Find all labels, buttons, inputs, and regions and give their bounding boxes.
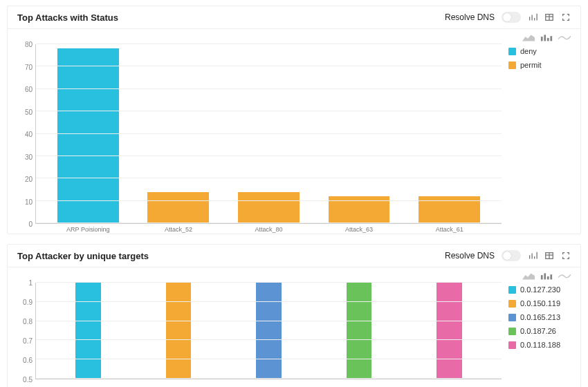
grid-line [36, 88, 502, 89]
bar[interactable] [75, 283, 101, 379]
x-tick-label: Attack_52 [134, 226, 224, 233]
area-chart-icon[interactable] [522, 272, 535, 280]
y-tick-label: 80 [15, 41, 33, 48]
legend-label: 0.0.127.230 [520, 285, 560, 294]
svg-rect-8 [547, 276, 549, 280]
panel-controls: Resolve DNS [445, 12, 571, 23]
grid-line [36, 66, 502, 66]
bar[interactable] [57, 48, 119, 223]
chart-body: 0.50.60.70.80.91 0.0.127.2300.0.150.1190… [8, 280, 580, 387]
chart-type-selector [8, 29, 580, 41]
legend-label: 0.0.187.26 [520, 327, 556, 335]
y-tick-label: 0.5 [15, 376, 33, 384]
x-labels: ARP PoisioningAttack_52Attack_80Attack_6… [36, 223, 502, 233]
bar-chart-icon[interactable] [540, 33, 553, 41]
bar-slot [404, 44, 495, 223]
bar-slot [134, 44, 224, 223]
legend-item[interactable]: deny [508, 47, 573, 55]
svg-rect-1 [541, 37, 543, 41]
expand-icon[interactable] [561, 12, 571, 22]
svg-rect-7 [544, 273, 546, 279]
legend-item[interactable]: 0.0.187.26 [508, 327, 573, 335]
chart-plot-2: 0.50.60.70.80.91 [15, 283, 502, 379]
y-tick-label: 0.6 [15, 357, 33, 364]
resolve-dns-toggle[interactable] [502, 250, 521, 261]
grid-line [36, 111, 502, 111]
chart-body: 01020304050607080 ARP PoisioningAttack_5… [8, 41, 580, 234]
svg-rect-9 [550, 274, 552, 279]
bar-slot [314, 44, 405, 223]
bar[interactable] [347, 283, 372, 379]
x-tick-label: ARP Poisioning [43, 226, 134, 233]
legend-item[interactable]: 0.0.165.213 [508, 313, 573, 321]
bar[interactable] [238, 192, 300, 223]
bar[interactable] [166, 283, 192, 379]
legend-swatch [508, 62, 516, 69]
grid-line [36, 321, 502, 321]
panel-top-attacks: Top Attacks with Status Resolve DNS [7, 6, 581, 234]
legend-swatch [508, 48, 516, 55]
y-tick-label: 50 [15, 108, 33, 115]
bar-chart-icon[interactable] [540, 272, 553, 280]
y-tick-label: 40 [15, 131, 33, 138]
panel-title: Top Attacker by unique targets [17, 251, 149, 261]
panel-top-attacker: Top Attacker by unique targets Resolve D… [7, 244, 581, 387]
bar-slot [134, 283, 224, 379]
panel-header: Top Attacks with Status Resolve DNS [8, 6, 580, 29]
bar[interactable] [147, 192, 209, 223]
table-view-icon[interactable] [544, 251, 554, 261]
expand-icon[interactable] [561, 251, 571, 261]
line-chart-icon[interactable] [558, 272, 571, 280]
bar[interactable] [256, 283, 282, 379]
legend-label: 0.0.150.119 [520, 299, 560, 308]
panel-controls: Resolve DNS [445, 250, 571, 261]
grid-line [36, 133, 502, 134]
bar-slot [223, 44, 314, 223]
area-chart-icon[interactable] [522, 33, 535, 41]
grid-line [36, 44, 502, 44]
legend-swatch [508, 300, 516, 308]
legend-item[interactable]: permit [508, 61, 573, 69]
grid-line [36, 359, 502, 359]
grid-line [36, 178, 502, 178]
legend-item[interactable]: 0.0.150.119 [508, 299, 573, 308]
bar-view-icon[interactable] [528, 251, 538, 261]
chart-type-selector [8, 267, 580, 280]
grid-line [36, 223, 502, 223]
y-tick-label: 0.8 [15, 318, 33, 325]
legend-swatch [508, 286, 516, 294]
grid-line [36, 378, 502, 379]
bar-slot [314, 283, 405, 379]
resolve-dns-toggle[interactable] [502, 12, 521, 23]
y-axis: 0.50.60.70.80.91 [15, 283, 35, 379]
bar-slot [223, 283, 314, 379]
y-tick-label: 0 [15, 220, 33, 228]
bar[interactable] [437, 283, 462, 379]
bars-container [36, 44, 502, 223]
chart-legend-2: 0.0.127.2300.0.150.1190.0.165.2130.0.187… [502, 283, 573, 379]
x-tick-label: Attack_61 [404, 226, 495, 233]
svg-rect-3 [547, 38, 549, 41]
bar-view-icon[interactable] [528, 12, 538, 22]
svg-rect-4 [550, 36, 552, 41]
legend-label: 0.0.118.188 [520, 341, 560, 349]
y-tick-label: 30 [15, 153, 33, 160]
y-tick-label: 0.7 [15, 337, 33, 345]
legend-swatch [508, 341, 516, 349]
legend-item[interactable]: 0.0.118.188 [508, 341, 573, 349]
grid-line [36, 339, 502, 340]
chart-plot-1: 01020304050607080 ARP PoisioningAttack_5… [15, 44, 502, 224]
y-tick-label: 1 [15, 279, 33, 287]
line-chart-icon[interactable] [558, 33, 571, 41]
chart-legend-1: denypermit [502, 44, 573, 224]
table-view-icon[interactable] [544, 12, 554, 22]
legend-item[interactable]: 0.0.127.230 [508, 285, 573, 294]
resolve-dns-label: Resolve DNS [445, 251, 495, 261]
y-tick-label: 60 [15, 86, 33, 93]
y-tick-label: 70 [15, 63, 33, 70]
legend-label: permit [520, 61, 542, 69]
legend-label: deny [520, 47, 537, 55]
y-axis: 01020304050607080 [15, 44, 35, 224]
grid-line [36, 301, 502, 302]
x-labels [36, 379, 502, 381]
